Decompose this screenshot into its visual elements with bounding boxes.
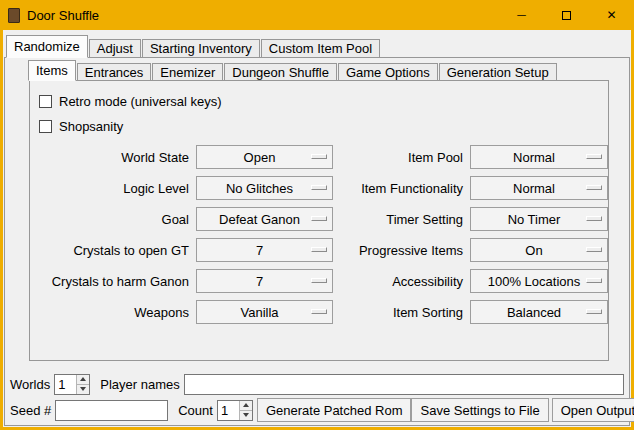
minimize-icon: ─ <box>517 8 526 22</box>
spin-down-icon <box>80 387 86 391</box>
crystals-gt-dropdown[interactable]: 7 <box>196 238 333 262</box>
dropdown-indicator-icon <box>311 247 327 252</box>
item-functionality-dropdown[interactable]: Normal <box>470 176 608 200</box>
minimize-button[interactable]: ─ <box>499 0 544 30</box>
worlds-value[interactable]: 1 <box>55 375 76 394</box>
worlds-spin-buttons <box>76 375 89 394</box>
worlds-row: Worlds 1 Player names <box>10 373 624 395</box>
dropdown-indicator-icon <box>586 154 602 159</box>
tab-starting-inventory[interactable]: Starting Inventory <box>142 39 260 58</box>
bottom-controls: Worlds 1 Player names Seed # Count <box>10 373 624 422</box>
window-title: Door Shuffle <box>27 8 99 23</box>
shopsanity-row: Shopsanity <box>39 114 608 139</box>
tab-randomize[interactable]: Randomize <box>6 35 88 58</box>
world-state-dropdown[interactable]: Open <box>196 145 333 169</box>
logic-level-dropdown[interactable]: No Glitches <box>196 176 333 200</box>
retro-mode-row: Retro mode (universal keys) <box>39 89 608 114</box>
item-functionality-label: Item Functionality <box>338 181 465 196</box>
goal-label: Goal <box>39 212 191 227</box>
window-content: Randomize Adjust Starting Inventory Cust… <box>3 30 631 427</box>
tab-game-options[interactable]: Game Options <box>338 63 438 81</box>
outer-tab-strip: Randomize Adjust Starting Inventory Cust… <box>3 30 631 58</box>
spin-up-icon <box>243 403 249 407</box>
accessibility-label: Accessibility <box>338 274 465 289</box>
dropdown-indicator-icon <box>586 247 602 252</box>
dropdown-indicator-icon <box>586 309 602 314</box>
inner-tab-strip: Items Entrances Enemizer Dungeon Shuffle… <box>5 58 629 81</box>
tab-enemizer[interactable]: Enemizer <box>152 63 223 81</box>
app-icon <box>8 8 20 23</box>
open-output-directory-button[interactable]: Open Output Directory <box>552 398 634 422</box>
count-spin-buttons <box>239 401 252 420</box>
item-pool-label: Item Pool <box>338 150 465 165</box>
caption-buttons: ─ ✕ <box>499 0 634 30</box>
worlds-spin-down[interactable] <box>77 384 89 394</box>
close-icon: ✕ <box>606 8 616 22</box>
count-spin-down[interactable] <box>240 410 252 420</box>
maximize-icon <box>562 11 571 20</box>
dropdown-indicator-icon <box>311 185 327 190</box>
worlds-label: Worlds <box>10 377 50 392</box>
titlebar[interactable]: Door Shuffle ─ ✕ <box>0 0 634 30</box>
shopsanity-label: Shopsanity <box>59 119 123 134</box>
count-spin-up[interactable] <box>240 401 252 410</box>
close-button[interactable]: ✕ <box>589 0 634 30</box>
spin-down-icon <box>243 413 249 417</box>
items-page: Retro mode (universal keys) Shopsanity W… <box>29 80 609 361</box>
timer-setting-label: Timer Setting <box>338 212 465 227</box>
retro-mode-checkbox[interactable] <box>39 95 52 108</box>
weapons-dropdown[interactable]: Vanilla <box>196 300 333 324</box>
tab-items[interactable]: Items <box>28 60 76 81</box>
generate-patched-rom-button[interactable]: Generate Patched Rom <box>257 398 412 422</box>
count-value[interactable]: 1 <box>218 401 239 420</box>
weapons-label: Weapons <box>39 305 191 320</box>
dropdown-indicator-icon <box>586 185 602 190</box>
seed-row: Seed # Count 1 Generate Patched Rom Save… <box>10 398 624 422</box>
options-grid: World State Open Item Pool Normal Logic … <box>39 145 608 324</box>
retro-mode-label: Retro mode (universal keys) <box>59 94 222 109</box>
item-sorting-dropdown[interactable]: Balanced <box>470 300 608 324</box>
dropdown-indicator-icon <box>311 278 327 283</box>
timer-setting-dropdown[interactable]: No Timer <box>470 207 608 231</box>
maximize-button[interactable] <box>544 0 589 30</box>
player-names-input[interactable] <box>184 374 624 395</box>
dropdown-indicator-icon <box>311 154 327 159</box>
seed-input[interactable] <box>55 400 168 421</box>
worlds-spin-up[interactable] <box>77 375 89 384</box>
tab-adjust[interactable]: Adjust <box>89 39 141 58</box>
crystals-gt-label: Crystals to open GT <box>39 243 191 258</box>
count-spinner[interactable]: 1 <box>217 400 253 421</box>
tab-generation-setup[interactable]: Generation Setup <box>439 63 557 81</box>
dropdown-indicator-icon <box>311 216 327 221</box>
app-window: Door Shuffle ─ ✕ Randomize Adjust Starti… <box>0 0 634 430</box>
item-sorting-label: Item Sorting <box>338 305 465 320</box>
dropdown-indicator-icon <box>586 278 602 283</box>
tab-dungeon-shuffle[interactable]: Dungeon Shuffle <box>224 63 337 81</box>
seed-label: Seed # <box>10 403 51 418</box>
dropdown-indicator-icon <box>586 216 602 221</box>
worlds-spinner[interactable]: 1 <box>54 374 90 395</box>
tab-custom-item-pool[interactable]: Custom Item Pool <box>261 39 380 58</box>
spin-up-icon <box>80 377 86 381</box>
shopsanity-checkbox[interactable] <box>39 120 52 133</box>
progressive-items-dropdown[interactable]: On <box>470 238 608 262</box>
tab-entrances[interactable]: Entrances <box>77 63 152 81</box>
item-pool-dropdown[interactable]: Normal <box>470 145 608 169</box>
randomize-page: Items Entrances Enemizer Dungeon Shuffle… <box>4 57 630 426</box>
goal-dropdown[interactable]: Defeat Ganon <box>196 207 333 231</box>
player-names-label: Player names <box>100 377 179 392</box>
world-state-label: World State <box>39 150 191 165</box>
crystals-ganon-label: Crystals to harm Ganon <box>39 274 191 289</box>
save-settings-button[interactable]: Save Settings to File <box>411 398 548 422</box>
dropdown-indicator-icon <box>311 309 327 314</box>
progressive-items-label: Progressive Items <box>338 243 465 258</box>
crystals-ganon-dropdown[interactable]: 7 <box>196 269 333 293</box>
logic-level-label: Logic Level <box>39 181 191 196</box>
count-label: Count <box>178 403 213 418</box>
accessibility-dropdown[interactable]: 100% Locations <box>470 269 608 293</box>
